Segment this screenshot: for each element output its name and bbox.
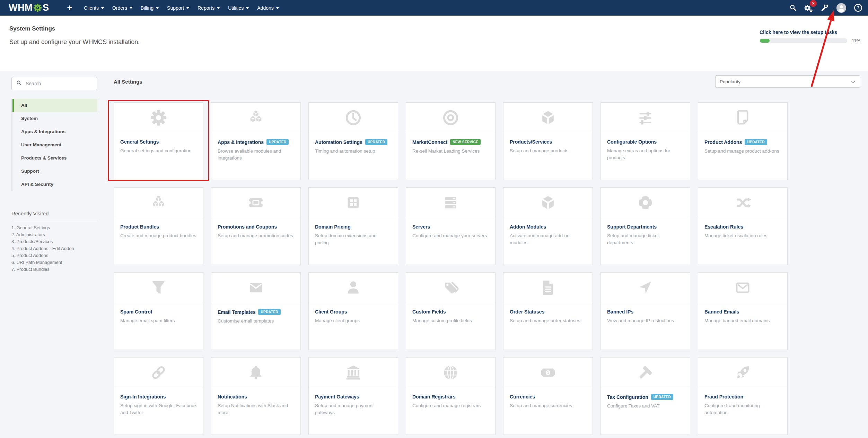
recently-visited-item[interactable]: 6. URI Path Management <box>11 259 97 266</box>
nav-item-orders[interactable]: Orders <box>112 5 132 11</box>
card-title: Domain Registrars <box>412 394 455 400</box>
card-sign-in-integrations[interactable]: Sign-In IntegrationsSetup sign-in with G… <box>114 357 203 435</box>
card-title: Escalation Rules <box>704 224 743 230</box>
card-payment-gateways[interactable]: Payment GatewaysSetup and manage payment… <box>308 357 398 435</box>
card-title: Products/Services <box>510 139 552 145</box>
card-escalation-rules[interactable]: Escalation RulesManage ticket escalation… <box>698 187 788 265</box>
table-icon <box>343 193 363 213</box>
card-description: Create and manage product bundles <box>120 232 197 239</box>
navbar-menu: ClientsOrdersBillingSupportReportsUtilit… <box>84 5 279 11</box>
card-notifications[interactable]: NotificationsSetup Notifications with Sl… <box>211 357 301 435</box>
recently-visited-item[interactable]: 3. Products/Services <box>11 238 97 245</box>
sidebar-category-all[interactable]: All <box>12 99 97 112</box>
card-email-templates[interactable]: Email TemplatesUPDATEDCustomise email te… <box>211 272 301 350</box>
card-configurable-options[interactable]: Configurable OptionsManage extras and op… <box>600 102 690 180</box>
card-domain-pricing[interactable]: Domain PricingSetup domain extensions an… <box>308 187 398 265</box>
sidebar-category-apps-integrations[interactable]: Apps & Integrations <box>12 125 97 138</box>
card-automation-settings[interactable]: Automation SettingsUPDATEDTiming and aut… <box>308 102 398 180</box>
updated-badge: UPDATED <box>266 139 289 145</box>
bell-icon <box>246 363 266 383</box>
card-apps-integrations[interactable]: Apps & IntegrationsUPDATEDBrowse availab… <box>211 102 301 180</box>
navbar-right-icons: × ? <box>789 2 862 14</box>
card-product-addons[interactable]: Product AddonsUPDATEDSetup and manage pr… <box>698 102 788 180</box>
caret-down-icon <box>246 7 249 9</box>
card-description: Setup sign-in with Google, Facebook and … <box>120 402 197 416</box>
card-custom-fields[interactable]: Custom FieldsManage custom profile field… <box>406 272 496 350</box>
caret-down-icon <box>101 7 104 9</box>
ticket-icon <box>246 193 266 213</box>
card-description: Setup domain extensions and pricing <box>315 232 392 247</box>
nav-item-clients[interactable]: Clients <box>84 5 104 11</box>
notification-badge: × <box>810 0 817 7</box>
quick-add-button[interactable]: + <box>67 3 72 12</box>
sidebar-category-user-management[interactable]: User Management <box>12 138 97 152</box>
account-icon[interactable] <box>836 2 847 14</box>
sidebar-category-api-security[interactable]: API & Security <box>12 178 97 191</box>
cubes-icon <box>149 193 168 213</box>
card-general-settings[interactable]: General SettingsGeneral settings and con… <box>114 102 203 180</box>
search-input[interactable] <box>26 81 94 86</box>
card-support-departments[interactable]: Support DepartmentsSetup and manage tick… <box>600 187 690 265</box>
card-title: Custom Fields <box>412 309 446 315</box>
sidebar-category-support[interactable]: Support <box>12 165 97 178</box>
recently-visited-item[interactable]: 1. General Settings <box>11 224 97 231</box>
card-description: General settings and configuration <box>120 147 197 154</box>
sidebar-category-list: AllSystemApps & IntegrationsUser Managem… <box>11 99 97 191</box>
card-fraud-protection[interactable]: Fraud ProtectionConfigure fraud monitori… <box>698 357 788 435</box>
card-currencies[interactable]: 1CurrenciesSetup and manage currencies <box>503 357 593 435</box>
bank-icon <box>343 363 363 383</box>
card-title: Tax Configuration <box>607 394 648 400</box>
sort-select[interactable]: Popularity <box>715 75 860 88</box>
server-icon <box>441 193 461 213</box>
card-description: Setup and manage payment gateways <box>315 402 392 416</box>
card-addon-modules[interactable]: Addon ModulesActivate and manage add-on … <box>503 187 593 265</box>
notifications-icon[interactable]: × <box>804 3 813 13</box>
card-title: Payment Gateways <box>315 394 359 400</box>
sidebar-category-system[interactable]: System <box>12 112 97 125</box>
nav-item-support[interactable]: Support <box>167 5 189 11</box>
card-banned-ips[interactable]: Banned IPsView and manage IP restriction… <box>600 272 690 350</box>
search-icon[interactable] <box>789 4 797 11</box>
top-navbar: WHMS + ClientsOrdersBillingSupportReport… <box>0 0 868 16</box>
card-banned-emails[interactable]: Banned EmailsManage banned email domains <box>698 272 788 350</box>
envelope-outline-icon <box>733 278 753 298</box>
card-description: Manage custom profile fields <box>412 317 489 324</box>
card-servers[interactable]: ServersConfigure and manage your servers <box>406 187 496 265</box>
nav-item-utilities[interactable]: Utilities <box>228 5 249 11</box>
setup-tasks-link[interactable]: Click here to view the setup tasks <box>760 29 862 35</box>
card-description: View and manage IP restrictions <box>607 317 684 324</box>
card-title: Domain Pricing <box>315 224 351 230</box>
recently-visited-item[interactable]: 7. Product Bundles <box>11 266 97 273</box>
help-icon[interactable]: ? <box>854 3 862 12</box>
sidebar-category-products-services[interactable]: Products & Services <box>12 152 97 165</box>
recently-visited-item[interactable]: 5. Product Addons <box>11 252 97 259</box>
card-domain-registrars[interactable]: Domain RegistrarsConfigure and manage re… <box>406 357 496 435</box>
nav-item-billing[interactable]: Billing <box>141 5 159 11</box>
card-spam-control[interactable]: Spam ControlManage email spam filters <box>114 272 203 350</box>
nav-item-addons[interactable]: Addons <box>257 5 279 11</box>
card-description: Manage extras and options for products <box>607 147 684 162</box>
card-client-groups[interactable]: Client GroupsManage client groups <box>308 272 398 350</box>
card-promotions-and-coupons[interactable]: Promotions and CouponsSetup and manage p… <box>211 187 301 265</box>
cube-icon <box>538 193 558 213</box>
card-title: MarketConnect <box>412 139 447 145</box>
nav-item-reports[interactable]: Reports <box>198 5 220 11</box>
envelope-icon <box>246 278 266 298</box>
card-marketconnect[interactable]: MarketConnectNEW SERVICERe-sell Market L… <box>406 102 496 180</box>
card-products-services[interactable]: Products/ServicesSetup and manage produc… <box>503 102 593 180</box>
cubes-icon <box>246 108 266 128</box>
recently-visited-item[interactable]: 2. Administrators <box>11 231 97 238</box>
card-description: Setup and manage product add-ons <box>704 148 781 155</box>
card-tax-configuration[interactable]: Tax ConfigurationUPDATEDConfigure Taxes … <box>600 357 690 435</box>
card-order-statuses[interactable]: Order StatusesSetup and manage order sta… <box>503 272 593 350</box>
whmcs-logo[interactable]: WHMS <box>9 2 49 13</box>
card-description: Customise email templates <box>218 318 294 325</box>
card-title: Banned IPs <box>607 309 633 315</box>
updated-badge: UPDATED <box>258 309 280 315</box>
wrench-icon[interactable] <box>820 3 829 12</box>
card-product-bundles[interactable]: Product BundlesCreate and manage product… <box>114 187 203 265</box>
card-title: Support Departments <box>607 224 657 230</box>
card-title: Product Bundles <box>120 224 159 230</box>
updated-badge: UPDATED <box>651 394 673 400</box>
recently-visited-item[interactable]: 4. Product Addons - Edit Addon <box>11 245 97 252</box>
